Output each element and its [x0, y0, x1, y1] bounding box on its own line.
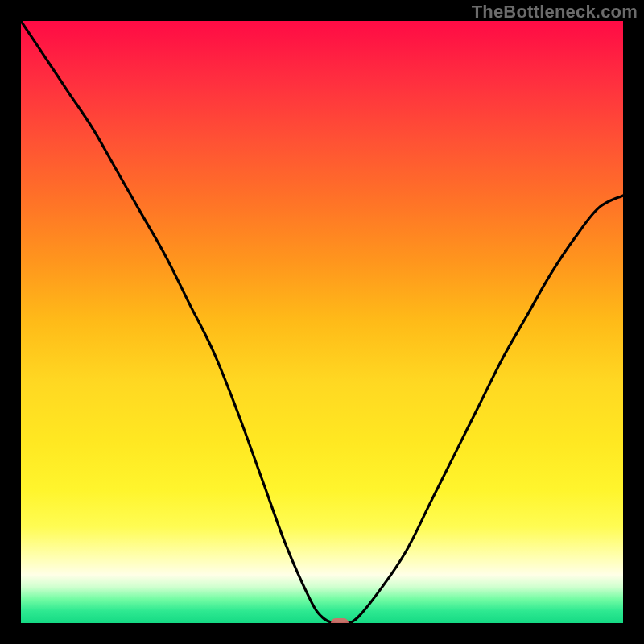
chart-frame: TheBottleneck.com [0, 0, 644, 644]
bottleneck-curve [21, 21, 623, 623]
minimum-marker [331, 618, 349, 623]
watermark-text: TheBottleneck.com [472, 2, 638, 23]
plot-area [21, 21, 623, 623]
